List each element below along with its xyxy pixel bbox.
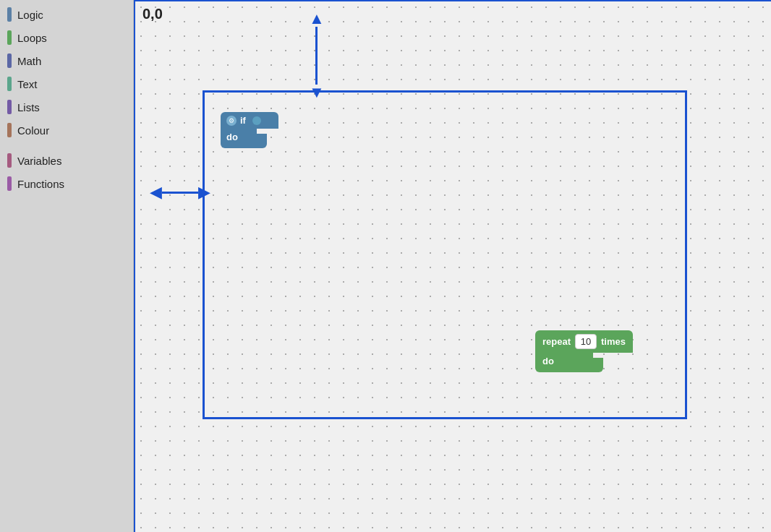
sidebar-label-loops: Loops — [17, 32, 47, 44]
vertical-arrow: ▲ ▼ — [309, 11, 325, 100]
main-canvas[interactable]: 0,0 ▲ ▼ ◀ ▶ ⚙ if do — [134, 0, 771, 532]
sidebar-label-logic: Logic — [17, 9, 43, 21]
repeat-do-label: do — [542, 356, 554, 366]
repeat-do-section: do — [535, 353, 593, 372]
sidebar-item-text[interactable]: Text — [0, 72, 133, 95]
sidebar-item-math[interactable]: Math — [0, 49, 133, 72]
sidebar-label-math: Math — [17, 55, 41, 67]
do-label: do — [226, 132, 238, 142]
sidebar-item-variables[interactable]: Variables — [0, 149, 133, 172]
sidebar-item-logic[interactable]: Logic — [0, 3, 133, 26]
repeat-count-input[interactable]: 10 — [575, 334, 597, 349]
arrow-down-icon: ▼ — [309, 85, 325, 100]
sidebar-label-lists: Lists — [17, 101, 40, 113]
sidebar-item-lists[interactable]: Lists — [0, 95, 133, 119]
arrow-up-icon: ▲ — [309, 11, 325, 27]
times-label: times — [601, 336, 626, 347]
if-block-top: ⚙ if — [221, 112, 278, 129]
sidebar-color-functions — [7, 176, 12, 191]
sidebar-color-math — [7, 53, 12, 68]
sidebar-color-text — [7, 77, 12, 91]
sidebar-color-loops — [7, 30, 12, 45]
sidebar-color-lists — [7, 100, 12, 114]
if-connector — [252, 116, 261, 125]
horizontal-axis-line — [134, 0, 771, 1]
sidebar-item-colour[interactable]: Colour — [0, 119, 133, 142]
repeat-label: repeat — [542, 336, 571, 347]
sidebar-item-loops[interactable]: Loops — [0, 26, 133, 49]
repeat-block-top: repeat 10 times — [535, 330, 633, 353]
horizontal-arrow: ◀ ▶ — [150, 184, 210, 200]
repeat-notch-right — [593, 358, 603, 372]
if-label: if — [240, 115, 246, 126]
sidebar: LogicLoopsMathTextListsColourVariablesFu… — [0, 0, 134, 532]
arrow-vertical-line — [315, 27, 318, 85]
sidebar-color-logic — [7, 7, 12, 22]
repeat-block[interactable]: repeat 10 times do — [535, 330, 633, 372]
if-block[interactable]: ⚙ if do — [221, 112, 278, 148]
if-notch-right — [257, 134, 267, 148]
arrow-horizontal-line — [162, 192, 198, 194]
sidebar-label-colour: Colour — [17, 124, 49, 137]
sidebar-color-colour — [7, 123, 12, 137]
vertical-axis-line — [134, 0, 135, 532]
sidebar-color-variables — [7, 153, 12, 168]
arrow-left-icon: ◀ — [150, 184, 162, 200]
coordinate-label: 0,0 — [142, 6, 163, 22]
sidebar-label-functions: Functions — [17, 178, 64, 190]
arrow-right-icon: ▶ — [198, 184, 210, 200]
gear-icon[interactable]: ⚙ — [226, 116, 237, 126]
sidebar-label-variables: Variables — [17, 155, 61, 167]
sidebar-label-text: Text — [17, 78, 38, 90]
if-do-section: do — [221, 129, 257, 148]
sidebar-item-functions[interactable]: Functions — [0, 172, 133, 195]
